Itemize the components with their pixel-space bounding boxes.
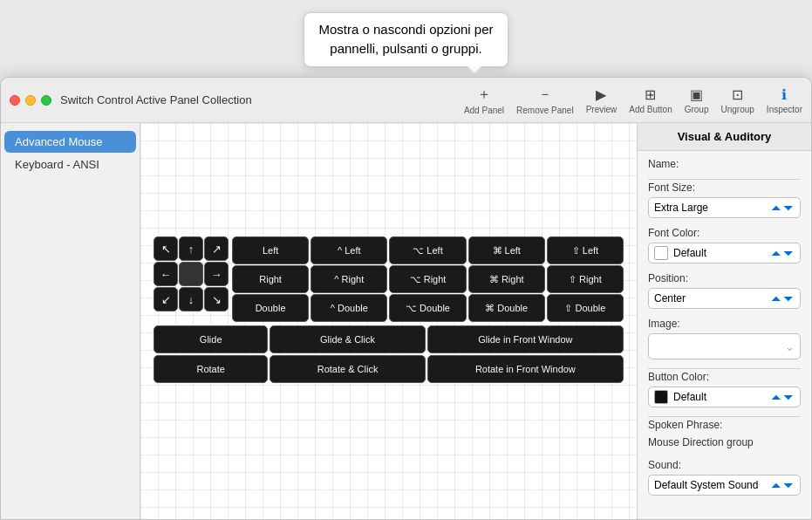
position-select[interactable]: Center ⏶⏷	[648, 288, 801, 309]
position-value: Center	[654, 292, 686, 304]
fullscreen-button[interactable]	[41, 95, 51, 106]
spoken-phrase-value: Mouse Direction group	[648, 434, 801, 450]
btn-shift-double[interactable]: ⇧ Double	[547, 294, 624, 322]
btn-center[interactable]	[179, 262, 203, 286]
button-color-arrow-icon: ⏶⏷	[770, 390, 795, 404]
button-row-1: ↖ ↑ ↗ ← → ↙ ↓ ↘	[154, 236, 624, 322]
divider-2	[648, 368, 801, 369]
sound-label: Sound:	[648, 459, 801, 471]
font-size-select[interactable]: Extra Large ⏶⏷	[648, 197, 801, 218]
btn-rotate-front[interactable]: Rotate in Front Window	[427, 355, 624, 383]
btn-opt-double[interactable]: ⌥ Double	[389, 294, 466, 322]
ungroup-label: Ungroup	[721, 105, 754, 114]
btn-double[interactable]: Double	[232, 294, 309, 322]
btn-ne[interactable]: ↗	[204, 236, 229, 261]
titlebar: Switch Control Active Panel Collection ＋…	[1, 78, 811, 123]
font-color-field: Font Color: Default ⏶⏷	[648, 227, 801, 263]
remove-panel-label: Remove Panel	[516, 106, 574, 115]
btn-rotate[interactable]: Rotate	[154, 355, 268, 383]
ungroup-icon: ⊡	[732, 86, 743, 103]
sound-field: Sound: Default System Sound ⏶⏷	[648, 459, 801, 496]
btn-glide[interactable]: Glide	[154, 325, 268, 353]
image-arrow-icon: ⌄	[785, 340, 795, 353]
add-panel-icon: ＋	[477, 86, 491, 104]
add-button-button[interactable]: ⊞ Add Button	[629, 86, 672, 114]
remove-panel-button[interactable]: － Remove Panel	[516, 86, 574, 115]
sidebar: Advanced Mouse Keyboard - ANSI	[1, 123, 140, 519]
inspector-section: Name: Font Size: Extra Large ⏶⏷ Font Col…	[638, 151, 811, 511]
btn-shift-left[interactable]: ⇧ Left	[547, 236, 624, 264]
inspector-icon: ℹ	[781, 86, 787, 103]
remove-panel-icon: －	[538, 86, 552, 104]
btn-glide-click[interactable]: Glide & Click	[270, 325, 425, 353]
tooltip-area: Mostra o nascondi opzioni per pannelli, …	[0, 0, 812, 79]
add-button-label: Add Button	[629, 105, 672, 114]
btn-opt-right[interactable]: ⌥ Right	[389, 265, 466, 293]
btn-cmd-double[interactable]: ⌘ Double	[468, 294, 545, 322]
ungroup-button[interactable]: ⊡ Ungroup	[721, 86, 754, 114]
group-button[interactable]: ▣ Group	[685, 86, 709, 114]
minimize-button[interactable]	[25, 95, 36, 106]
inspector-button[interactable]: ℹ Inspector	[767, 86, 802, 114]
sound-select[interactable]: Default System Sound ⏶⏷	[648, 475, 801, 496]
inspector-panel: Visual & Auditory Name: Font Size: Extra…	[637, 123, 811, 519]
content-area: Advanced Mouse Keyboard - ANSI ↖ ↑ ↗	[1, 123, 811, 519]
btn-se[interactable]: ↘	[204, 287, 229, 311]
btn-ctrl-right[interactable]: ^ Right	[310, 265, 387, 293]
font-color-select[interactable]: Default ⏶⏷	[648, 243, 801, 263]
preview-icon: ▶	[596, 86, 606, 103]
button-color-select[interactable]: Default ⏶⏷	[648, 387, 801, 407]
divider-3	[648, 416, 801, 417]
name-label: Name:	[648, 158, 801, 170]
btn-n[interactable]: ↑	[179, 236, 203, 261]
btn-cmd-left[interactable]: ⌘ Left	[468, 236, 545, 264]
tooltip-bubble: Mostra o nascondi opzioni per pannelli, …	[304, 12, 508, 67]
button-row-rotate: Rotate Rotate & Click Rotate in Front Wi…	[154, 355, 624, 383]
btn-opt-left[interactable]: ⌥ Left	[389, 236, 466, 264]
btn-right[interactable]: Right	[232, 265, 309, 293]
image-field: Image: ⌄	[648, 318, 801, 359]
group-icon: ▣	[690, 86, 703, 103]
traffic-lights	[10, 95, 51, 106]
sound-value: Default System Sound	[654, 479, 758, 491]
btn-cmd-right[interactable]: ⌘ Right	[468, 265, 545, 293]
spoken-phrase-label: Spoken Phrase:	[648, 419, 801, 431]
btn-left[interactable]: Left	[232, 236, 309, 264]
btn-ctrl-double[interactable]: ^ Double	[310, 294, 387, 322]
font-color-label: Font Color:	[648, 227, 801, 239]
group-label: Group	[685, 105, 709, 114]
button-row-glide: Glide Glide & Click Glide in Front Windo…	[154, 325, 624, 353]
btn-s[interactable]: ↓	[179, 287, 203, 311]
btn-sw[interactable]: ↙	[154, 287, 178, 311]
sidebar-item-advanced-mouse-label: Advanced Mouse	[15, 135, 102, 148]
image-label: Image:	[648, 318, 801, 330]
toolbar: ＋ Add Panel － Remove Panel ▶ Preview ⊞ A…	[464, 86, 802, 115]
inspector-header: Visual & Auditory	[638, 123, 811, 151]
canvas-area[interactable]: ↖ ↑ ↗ ← → ↙ ↓ ↘	[140, 123, 637, 519]
btn-rotate-click[interactable]: Rotate & Click	[270, 355, 425, 383]
divider-1	[648, 179, 801, 180]
add-panel-button[interactable]: ＋ Add Panel	[464, 86, 504, 115]
preview-button[interactable]: ▶ Preview	[586, 86, 618, 114]
sound-arrow-icon: ⏶⏷	[770, 478, 795, 492]
close-button[interactable]	[10, 95, 20, 106]
sidebar-item-advanced-mouse[interactable]: Advanced Mouse	[4, 131, 136, 153]
preview-label: Preview	[586, 105, 618, 114]
button-color-label: Button Color:	[648, 371, 801, 383]
position-arrow-icon: ⏶⏷	[770, 291, 795, 305]
btn-ctrl-left[interactable]: ^ Left	[310, 236, 387, 264]
name-field: Name:	[648, 158, 801, 170]
btn-e[interactable]: →	[204, 262, 229, 286]
button-color-value: Default	[673, 391, 706, 403]
btn-shift-right[interactable]: ⇧ Right	[547, 265, 624, 293]
window-title: Switch Control Active Panel Collection	[60, 93, 252, 106]
font-size-arrow-icon: ⏶⏷	[770, 201, 795, 215]
btn-nw[interactable]: ↖	[154, 236, 178, 261]
font-size-field: Font Size: Extra Large ⏶⏷	[648, 181, 801, 218]
btn-glide-front[interactable]: Glide in Front Window	[427, 325, 624, 353]
image-input[interactable]: ⌄	[648, 333, 801, 359]
sidebar-item-keyboard-ansi[interactable]: Keyboard - ANSI	[4, 154, 136, 175]
spoken-phrase-field: Spoken Phrase: Mouse Direction group	[648, 419, 801, 450]
font-color-arrow-icon: ⏶⏷	[770, 246, 795, 260]
btn-w[interactable]: ←	[154, 262, 178, 286]
